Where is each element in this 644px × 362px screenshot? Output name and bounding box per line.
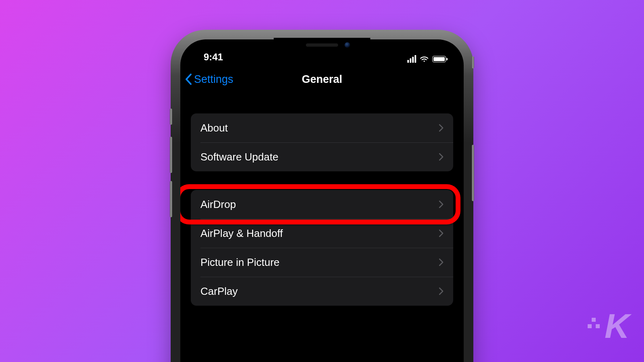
row-label: CarPlay: [200, 285, 237, 298]
phone-frame: 9:41 Settings: [173, 32, 471, 362]
settings-group: AirDrop AirPlay & Handoff Picture in Pic…: [191, 190, 453, 306]
row-airplay-handoff[interactable]: AirPlay & Handoff: [191, 219, 453, 248]
phone-silent-switch: [170, 109, 172, 125]
chevron-left-icon: [185, 74, 192, 85]
phone-antenna-band: [472, 56, 474, 68]
phone-volume-up: [170, 137, 172, 173]
chevron-right-icon: [439, 287, 444, 295]
page-title: General: [302, 73, 343, 86]
phone-power-button: [472, 145, 474, 201]
row-airdrop[interactable]: AirDrop: [191, 190, 453, 219]
row-software-update[interactable]: Software Update: [191, 142, 453, 171]
phone-volume-down: [170, 181, 172, 217]
chevron-right-icon: [439, 124, 444, 132]
row-about[interactable]: About: [191, 113, 453, 142]
phone-screen: 9:41 Settings: [180, 39, 464, 362]
watermark-text: K: [605, 306, 628, 346]
row-picture-in-picture[interactable]: Picture in Picture: [191, 248, 453, 277]
phone-notch: [274, 38, 370, 52]
row-label: About: [200, 122, 228, 134]
chevron-right-icon: [439, 153, 444, 161]
row-carplay[interactable]: CarPlay: [191, 277, 453, 306]
watermark-logo: K: [588, 306, 628, 346]
navigation-bar: Settings General: [180, 65, 464, 93]
back-label: Settings: [194, 73, 233, 86]
back-button[interactable]: Settings: [185, 73, 233, 86]
row-label: AirPlay & Handoff: [200, 227, 283, 240]
wifi-icon: [419, 56, 429, 63]
chevron-right-icon: [439, 229, 444, 237]
status-time: 9:41: [204, 51, 223, 63]
row-label: Picture in Picture: [200, 256, 280, 269]
chevron-right-icon: [439, 258, 444, 266]
row-label: Software Update: [200, 151, 279, 163]
settings-group: About Software Update: [191, 113, 453, 171]
row-label: AirDrop: [200, 198, 236, 211]
settings-list[interactable]: About Software Update AirDrop AirPlay & …: [180, 93, 464, 306]
battery-icon: [432, 56, 446, 62]
chevron-right-icon: [439, 200, 444, 208]
cellular-signal-icon: [407, 55, 416, 63]
